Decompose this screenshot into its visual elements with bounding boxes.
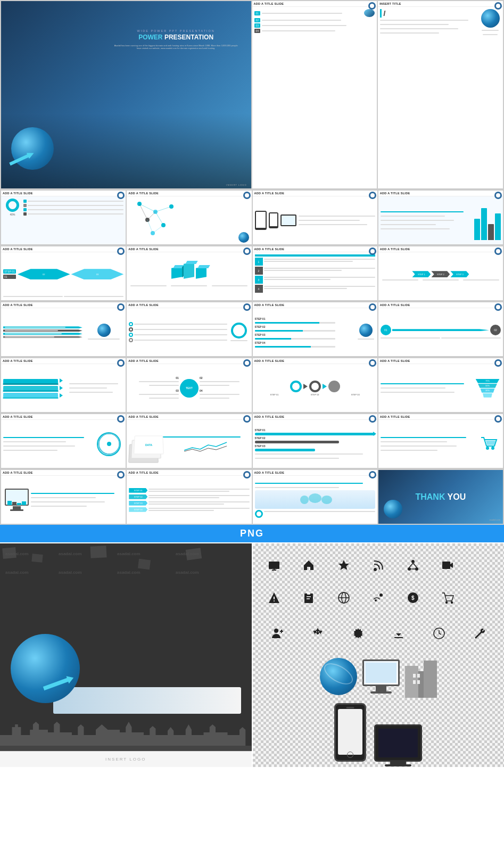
- main-arrow: [392, 329, 489, 331]
- slide-r5-2[interactable]: ADD A TITLE SLIDE 01 03 TEXT 02 04: [127, 358, 251, 412]
- slide-r7-2[interactable]: ADD A TITLE SLIDE STEP 01 STEP 02: [127, 470, 251, 524]
- hero-logo: INSERT LOGO: [226, 184, 246, 186]
- row-2: ADD A TITLE SLIDE 40% ADD A TITLE SLIDE: [0, 189, 504, 245]
- slide-r5-4[interactable]: ADD A TITLE SLIDE 70% 50% 30%: [378, 358, 503, 412]
- slide-r2-1[interactable]: ADD A TITLE SLIDE 40%: [1, 191, 126, 244]
- stacked-tablets: DATA: [129, 425, 161, 463]
- slide-r3-3[interactable]: ADD A TITLE SLIDE 1 2: [253, 246, 377, 300]
- slide-r2-2[interactable]: ADD A TITLE SLIDE: [127, 191, 251, 244]
- thank-you-text: THANK YOU: [415, 492, 466, 502]
- mini-donut: [255, 510, 263, 518]
- badge-r2-3: [369, 192, 376, 199]
- slide-thumb-insert[interactable]: INSERT TITLE I: [378, 1, 503, 188]
- hero-slide[interactable]: WIDE POWER PPT PRESENTATION POWER PRESEN…: [1, 1, 251, 188]
- row-4: ADD A TITLE SLIDE ADD A TITLE SLIDE: [0, 301, 504, 357]
- badge-r5-3: [369, 359, 376, 367]
- svg-point-21: [119, 361, 123, 365]
- svg-line-6: [147, 212, 155, 220]
- slide-r5-1-visual: [1, 364, 126, 412]
- hero-row: WIDE POWER PPT PRESENTATION POWER PRESEN…: [0, 0, 504, 189]
- phone-medium: [269, 212, 278, 228]
- svg-point-35: [321, 496, 332, 504]
- svg-rect-51: [307, 592, 310, 595]
- slide-thank-you[interactable]: THANK YOU asadal.com: [378, 470, 503, 524]
- svg-rect-74: [417, 680, 420, 684]
- svg-point-29: [491, 447, 494, 450]
- slide-r5-3[interactable]: ADD A TITLE SLIDE STEP 01 STEP 02 STEP 0…: [253, 358, 377, 412]
- svg-point-58: [375, 599, 377, 601]
- icon-money: $: [396, 581, 429, 614]
- badge-r6-2: [243, 415, 251, 423]
- svg-line-4: [155, 207, 171, 212]
- slide-r4-3-visual: STEP 01 STEP 02 STEP 03 STEP 04: [253, 308, 377, 356]
- slide-r3-4[interactable]: ADD A TITLE SLIDE STEP 1 STEP 2 STEP 3: [378, 246, 503, 300]
- svg-rect-37: [269, 562, 279, 569]
- donut-2: [309, 381, 321, 392]
- slide-r2-1-label: ADD A TITLE SLIDE: [1, 191, 126, 196]
- svg-point-27: [370, 417, 375, 421]
- slide-r3-2[interactable]: ADD A TITLE SLIDE A B: [127, 246, 251, 300]
- slide-r5-1[interactable]: ADD A TITLE SLIDE: [1, 358, 126, 412]
- scattered-sq-5: [186, 548, 202, 560]
- badge-r7-2: [243, 471, 251, 478]
- prog-2: [255, 330, 335, 332]
- png-section: PNG: [0, 525, 504, 542]
- slide-thumb-1[interactable]: ADD A TITLE SLIDE 01 02 03 04: [252, 1, 377, 188]
- wm-3: asadal.com: [117, 551, 141, 556]
- slide-r5-2-label: ADD A TITLE SLIDE: [127, 358, 251, 364]
- right-arrow-2: [60, 386, 63, 390]
- slide-r2-4[interactable]: ADD A TITLE SLIDE: [378, 191, 503, 244]
- svg-point-32: [245, 473, 249, 477]
- svg-point-0: [370, 4, 374, 8]
- arrow-3: STEP 3: [450, 271, 469, 277]
- badge-r2-2: [243, 192, 251, 199]
- slide-r3-1-label: ADD A TITLE SLIDE: [1, 246, 126, 252]
- svg-point-36: [370, 473, 375, 477]
- svg-line-9: [153, 225, 163, 233]
- svg-point-23: [370, 361, 375, 365]
- icon-globe: [327, 581, 360, 614]
- png-devices: [334, 703, 422, 762]
- scattered-sq-2: [31, 554, 43, 563]
- slide-label-1: ADD A TITLE SLIDE: [252, 1, 377, 7]
- slide-r4-2[interactable]: ADD A TITLE SLIDE: [127, 302, 251, 356]
- slide-r6-2-label: ADD A TITLE SLIDE: [127, 414, 251, 420]
- circle-indicator: 01: [381, 325, 391, 335]
- slide-r6-2[interactable]: ADD A TITLE SLIDE DATA: [127, 414, 251, 468]
- slide-r7-1[interactable]: ADD A TITLE SLIDE: [1, 470, 126, 524]
- svg-line-5: [139, 204, 147, 220]
- slide-r6-3-visual: STEP 01 STEP 02 STEP 03: [253, 420, 377, 468]
- slide-r6-2-visual: DATA: [127, 420, 251, 468]
- slide-r7-2-label: ADD A TITLE SLIDE: [127, 470, 251, 476]
- slide-r6-3[interactable]: ADD A TITLE SLIDE STEP 01 STEP 02 STEP 0…: [253, 414, 377, 468]
- svg-point-16: [496, 249, 500, 253]
- hero-main-title: POWER PRESENTATION: [113, 34, 238, 41]
- svg-point-19: [370, 305, 375, 309]
- step-text-2: [148, 494, 249, 499]
- icon-grid-3: [258, 614, 499, 653]
- slide-r7-3[interactable]: ADD A TITLE SLIDE: [253, 470, 377, 524]
- slide-r2-3[interactable]: ADD A TITLE SLIDE: [253, 191, 377, 244]
- svg-point-15: [370, 249, 375, 253]
- wm-5: asadal.com: [5, 570, 29, 575]
- slide-r7-2-visual: STEP 01 STEP 02 STEP 03: [127, 476, 251, 524]
- step-ribbon-3: STEP 03: [129, 501, 147, 506]
- row-content-4: [264, 285, 375, 293]
- svg-line-45: [413, 563, 417, 567]
- slide-r6-1[interactable]: ADD A TITLE SLIDE: [1, 414, 126, 468]
- slide-r4-4-label: ADD A TITLE SLIDE: [378, 302, 503, 308]
- slide-r5-1-label: ADD A TITLE SLIDE: [1, 358, 126, 364]
- slide-r4-3[interactable]: ADD A TITLE SLIDE STEP 01 STEP 02 STEP 0…: [253, 302, 377, 356]
- slide-r4-4[interactable]: ADD A TITLE SLIDE 01 02: [378, 302, 503, 356]
- slide-r4-1-label: ADD A TITLE SLIDE: [1, 302, 126, 308]
- row-icon-2: 2: [255, 267, 263, 275]
- row-icon-1: 1: [255, 258, 263, 266]
- slide-r6-4[interactable]: ADD A TITLE SLIDE: [378, 414, 503, 468]
- slide-r5-3-visual: STEP 01 STEP 02 STEP 03: [253, 364, 377, 412]
- svg-line-3: [139, 204, 155, 212]
- slide-r3-1[interactable]: ADD A TITLE SLIDE STEP 01 01 02 03: [1, 246, 126, 300]
- icon-satellite: [362, 581, 394, 614]
- slide-r4-1[interactable]: ADD A TITLE SLIDE: [1, 302, 126, 356]
- badge-r5-2: [243, 359, 251, 367]
- icon-rss: [362, 549, 394, 581]
